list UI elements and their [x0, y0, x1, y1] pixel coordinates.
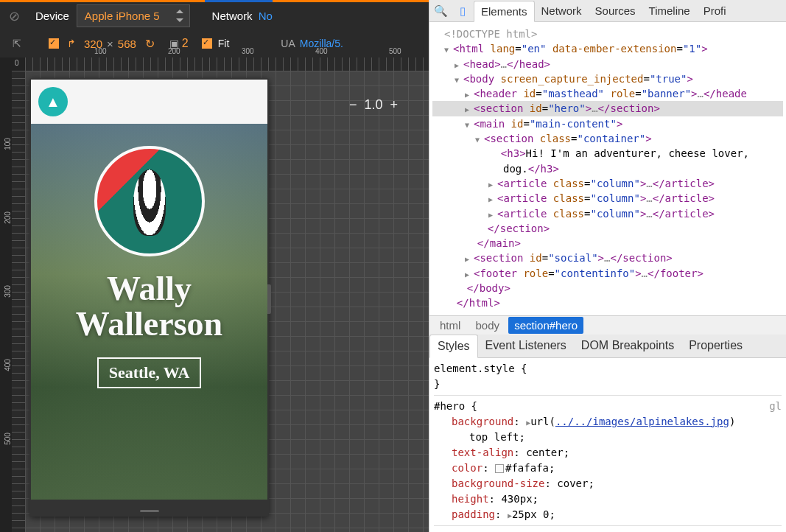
- ruler-tick: 400: [315, 47, 328, 55]
- dom-node[interactable]: </main>: [432, 236, 783, 251]
- network-label: Network: [212, 10, 253, 22]
- dom-node[interactable]: </html>: [432, 295, 783, 310]
- ruler-tick: 200: [4, 211, 12, 224]
- zoom-in-icon[interactable]: +: [390, 97, 399, 113]
- zoom-control: − 1.0 +: [349, 97, 398, 113]
- devtools-tabs: 🔍 ▯ Elements Network Sources Timeline Pr…: [429, 0, 786, 22]
- emu-dpr[interactable]: 2: [182, 37, 189, 50]
- device-select[interactable]: Apple iPhone 5: [77, 4, 190, 27]
- dom-doctype[interactable]: <!DOCTYPE html>: [432, 27, 783, 41]
- device-label: Device: [28, 10, 77, 22]
- emu-toolbar: ⊘ Device Apple iPhone 5 Network No: [0, 0, 429, 29]
- css-url-link[interactable]: ../../images/alpinelakes.jpg: [555, 416, 729, 427]
- reload-icon[interactable]: ↻: [145, 37, 155, 51]
- style-rule[interactable]: #hero {gl background: ▶url(../../images/…: [434, 399, 782, 526]
- css-prop[interactable]: height: [434, 493, 489, 505]
- device-screen[interactable]: ▲ Wally Wallerson Seattle, WA: [31, 80, 267, 500]
- dom-node-selected[interactable]: ▶<section id="hero">…</section>: [432, 101, 783, 116]
- ruler-tick: 200: [168, 47, 180, 55]
- dom-text[interactable]: dog.</h3>: [432, 161, 783, 176]
- ruler-tick: 400: [4, 359, 12, 371]
- device-frame: ▲ Wally Wallerson Seattle, WA: [29, 78, 269, 517]
- ruler-tick: 100: [94, 47, 107, 55]
- dom-node[interactable]: <h3>Hi! I'm an adventurer, cheese lover,: [432, 146, 783, 161]
- css-prop[interactable]: padding: [434, 508, 495, 520]
- inspector-icon[interactable]: ⇱: [7, 34, 27, 53]
- tab-network[interactable]: Network: [535, 1, 589, 21]
- emu-subtoolbar: ⇱ ↱ 320 × 568 ↻ ▣ 2 Fit UA Mozilla/5.: [0, 29, 429, 57]
- tab-profiles[interactable]: Profi: [697, 1, 733, 21]
- styles-panel[interactable]: element.style { } #hero {gl background: …: [429, 358, 786, 532]
- ruler-horizontal: 100 200 300 400 500: [25, 57, 429, 71]
- rule-source[interactable]: gl: [769, 399, 782, 414]
- css-prop[interactable]: background-size: [434, 477, 544, 489]
- crumb[interactable]: html: [434, 317, 466, 334]
- ruler-origin: 0: [15, 59, 19, 67]
- dom-node[interactable]: ▶<section id="social">…</section>: [432, 251, 783, 265]
- ruler-tick: 100: [4, 138, 12, 150]
- ruler-tick: 500: [389, 47, 401, 55]
- fit-label: Fit: [218, 38, 230, 49]
- ua-label: UA: [281, 38, 295, 49]
- style-rule[interactable]: element.style { }: [434, 361, 782, 396]
- dom-node[interactable]: ▶<header id="masthead" role="banner">…</…: [432, 86, 783, 101]
- dom-node[interactable]: ▼<section class="container">: [432, 131, 783, 146]
- network-group: Network No: [205, 0, 273, 29]
- ruler-tick: 300: [242, 47, 254, 55]
- emu-canvas: − 1.0 + ▲ Wally Wallerson Seattle, WA: [25, 71, 429, 532]
- color-swatch-icon[interactable]: [495, 464, 504, 473]
- devtools-pane: 🔍 ▯ Elements Network Sources Timeline Pr…: [429, 0, 786, 532]
- site-header: ▲: [31, 80, 267, 124]
- dom-node[interactable]: ▼<html lang="en" data-ember-extension="1…: [432, 41, 783, 56]
- ruler-vertical: 100 200 300 400 500: [12, 71, 25, 532]
- hero-section: Wally Wallerson Seattle, WA: [31, 124, 267, 500]
- tab-styles[interactable]: Styles: [429, 335, 478, 358]
- dom-node[interactable]: ▶<article class="column">…</article>: [432, 206, 783, 221]
- tab-properties[interactable]: Properties: [681, 335, 750, 357]
- dom-node[interactable]: </body>: [432, 281, 783, 295]
- hero-location: Seattle, WA: [97, 357, 202, 388]
- emu-height[interactable]: 568: [118, 38, 136, 50]
- css-prop[interactable]: color: [434, 462, 483, 474]
- network-value[interactable]: No: [259, 10, 273, 22]
- zoom-value: 1.0: [365, 97, 383, 113]
- selector-element-style[interactable]: element.style {: [434, 361, 782, 377]
- dom-node[interactable]: ▼<main id="main-content">: [432, 116, 783, 131]
- tab-dom-breakpoints[interactable]: DOM Breakpoints: [574, 335, 681, 357]
- styles-tabs: Styles Event Listeners DOM Breakpoints P…: [429, 335, 786, 358]
- tab-event-listeners[interactable]: Event Listeners: [478, 335, 574, 357]
- ruler-tick: 500: [4, 433, 12, 445]
- dom-node[interactable]: </section>: [432, 221, 783, 236]
- css-prop[interactable]: background: [434, 416, 513, 427]
- dim-checkbox[interactable]: [49, 38, 59, 49]
- crumb[interactable]: body: [470, 317, 506, 334]
- dom-tree[interactable]: <!DOCTYPE html> ▼<html lang="en" data-em…: [429, 22, 786, 315]
- ruler-tick: 300: [4, 285, 12, 298]
- dom-node[interactable]: ▶<article class="column">…</article>: [432, 176, 783, 191]
- disabled-icon[interactable]: ⊘: [0, 8, 28, 24]
- dom-node[interactable]: ▶<head>…</head>: [432, 57, 783, 71]
- tab-sources[interactable]: Sources: [589, 1, 642, 21]
- selector[interactable]: #hero {: [434, 400, 477, 412]
- tab-timeline[interactable]: Timeline: [642, 1, 697, 21]
- breadcrumb: html body section#hero: [429, 315, 786, 335]
- dom-node[interactable]: ▼<body screen_capture_injected="true">: [432, 71, 783, 86]
- search-icon[interactable]: 🔍: [429, 4, 452, 18]
- times-icon: ×: [107, 38, 113, 50]
- avatar: [94, 146, 205, 256]
- css-prop[interactable]: text-align: [434, 447, 513, 458]
- dom-node[interactable]: ▶<article class="column">…</article>: [432, 191, 783, 206]
- tab-elements[interactable]: Elements: [474, 1, 535, 22]
- emulator-pane: ⊘ Device Apple iPhone 5 Network No ⇱ ↱ 3…: [0, 0, 429, 532]
- mountain-icon[interactable]: ▲: [38, 87, 68, 116]
- swap-icon[interactable]: ↱: [62, 34, 81, 53]
- crumb-selected[interactable]: section#hero: [508, 317, 583, 334]
- hero-name-line1: Wally: [31, 271, 267, 307]
- device-mode-icon[interactable]: ▯: [452, 4, 474, 18]
- zoom-out-icon[interactable]: −: [349, 97, 357, 113]
- dom-node[interactable]: ▶<footer role="contentinfo">…</footer>: [432, 266, 783, 281]
- home-indicator-icon: [140, 510, 159, 512]
- hero-name-line2: Wallerson: [31, 307, 267, 342]
- fit-checkbox[interactable]: [202, 38, 212, 49]
